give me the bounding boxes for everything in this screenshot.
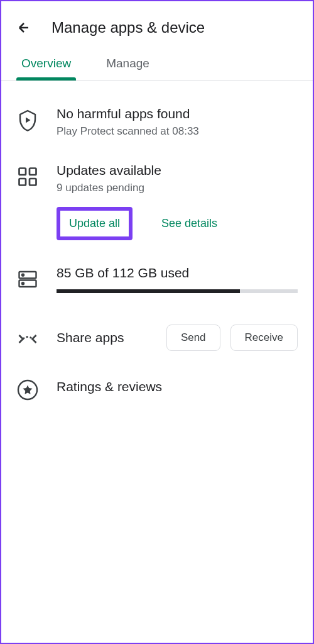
- ratings-section[interactable]: Ratings & reviews: [16, 376, 298, 401]
- highlight-annotation: Update all: [57, 207, 133, 240]
- share-buttons: Send Receive: [166, 325, 298, 351]
- updates-subtitle: 9 updates pending: [57, 182, 298, 194]
- svg-point-7: [22, 282, 24, 284]
- header: Manage apps & device: [1, 1, 313, 49]
- shield-icon: [16, 109, 39, 131]
- svg-rect-0: [19, 169, 26, 175]
- svg-rect-1: [30, 169, 36, 175]
- storage-progress-fill: [57, 289, 240, 293]
- storage-icon: [16, 268, 39, 291]
- update-all-button[interactable]: Update all: [60, 211, 129, 236]
- storage-title: 85 GB of 112 GB used: [57, 265, 298, 280]
- page-title: Manage apps & device: [51, 19, 205, 36]
- play-protect-subtitle: Play Protect scanned at 08:33: [57, 125, 298, 138]
- content: No harmful apps found Play Protect scann…: [1, 81, 313, 426]
- back-arrow-icon[interactable]: [16, 20, 31, 35]
- ratings-title: Ratings & reviews: [57, 379, 162, 394]
- apps-grid-icon: [16, 165, 39, 188]
- storage-content: 85 GB of 112 GB used: [57, 265, 298, 293]
- play-protect-section[interactable]: No harmful apps found Play Protect scann…: [16, 106, 298, 138]
- updates-section: Updates available 9 updates pending Upda…: [16, 163, 298, 240]
- send-button[interactable]: Send: [166, 325, 220, 351]
- updates-content: Updates available 9 updates pending Upda…: [57, 163, 298, 240]
- play-protect-title: No harmful apps found: [57, 106, 298, 121]
- svg-point-6: [22, 274, 24, 276]
- updates-title: Updates available: [57, 163, 298, 178]
- svg-rect-2: [19, 179, 26, 186]
- storage-progress-bar: [57, 289, 298, 293]
- play-protect-content: No harmful apps found Play Protect scann…: [57, 106, 298, 138]
- share-section: Share apps Send Receive: [16, 325, 298, 351]
- tabs: Overview Manage: [1, 49, 313, 81]
- receive-button[interactable]: Receive: [230, 325, 298, 351]
- storage-section[interactable]: 85 GB of 112 GB used: [16, 265, 298, 293]
- svg-rect-3: [30, 179, 36, 186]
- share-title: Share apps: [57, 330, 166, 345]
- tab-manage[interactable]: Manage: [101, 49, 154, 80]
- updates-actions: Update all See details: [57, 207, 298, 240]
- see-details-button[interactable]: See details: [153, 207, 226, 240]
- star-circle-icon: [16, 379, 39, 401]
- share-icon: [16, 328, 39, 350]
- tab-overview[interactable]: Overview: [16, 49, 76, 80]
